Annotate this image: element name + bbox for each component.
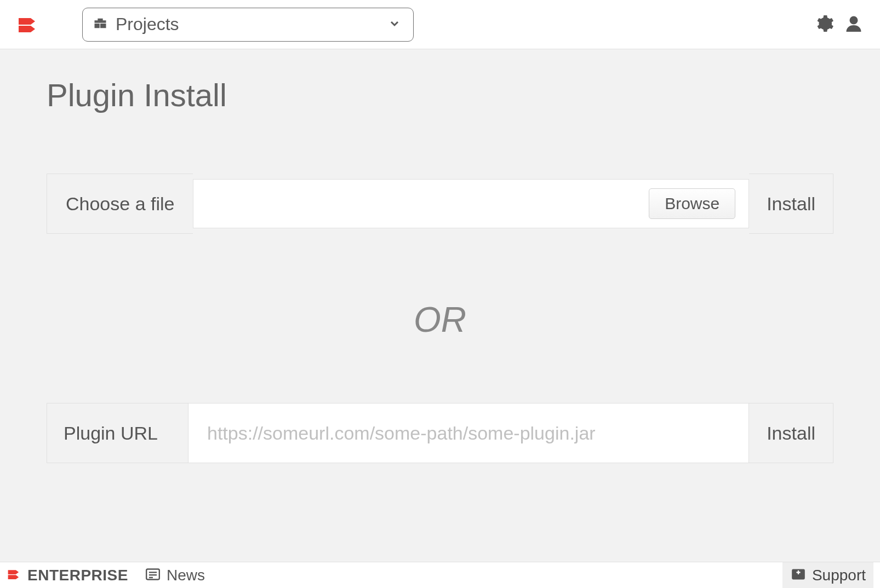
logo	[16, 14, 41, 36]
gear-icon[interactable]	[814, 14, 834, 36]
projects-label: Projects	[116, 14, 179, 34]
plugin-url-label: Plugin URL	[47, 403, 188, 463]
page-title: Plugin Install	[47, 77, 833, 113]
support-link[interactable]: Support	[782, 562, 873, 589]
url-row: Plugin URL Install	[47, 403, 833, 463]
choose-file-label: Choose a file	[47, 174, 193, 234]
enterprise-label: ENTERPRISE	[27, 567, 128, 584]
logo-icon	[16, 14, 38, 36]
briefcase-icon	[93, 16, 108, 33]
projects-selector[interactable]: Projects	[82, 8, 414, 42]
footer: ENTERPRISE News Support	[0, 562, 880, 588]
browse-button[interactable]: Browse	[649, 188, 735, 219]
file-upload-row: Choose a file Browse Install	[47, 174, 833, 234]
news-icon	[145, 567, 161, 584]
install-url-button[interactable]: Install	[749, 403, 833, 463]
main-content: Plugin Install Choose a file Browse Inst…	[0, 49, 880, 564]
file-input[interactable]: Browse	[193, 179, 749, 228]
header: Projects	[0, 0, 880, 49]
chevron-down-icon	[388, 17, 401, 32]
or-separator: OR	[47, 299, 833, 340]
support-icon	[790, 567, 807, 584]
support-label: Support	[812, 567, 866, 584]
plugin-url-input[interactable]	[188, 403, 749, 463]
news-label: News	[167, 567, 205, 584]
install-file-button[interactable]: Install	[749, 174, 833, 234]
news-link[interactable]: News	[145, 567, 205, 584]
svg-rect-7	[798, 570, 799, 574]
footer-logo-icon	[7, 567, 21, 584]
svg-point-0	[850, 16, 858, 24]
user-icon[interactable]	[844, 14, 864, 36]
